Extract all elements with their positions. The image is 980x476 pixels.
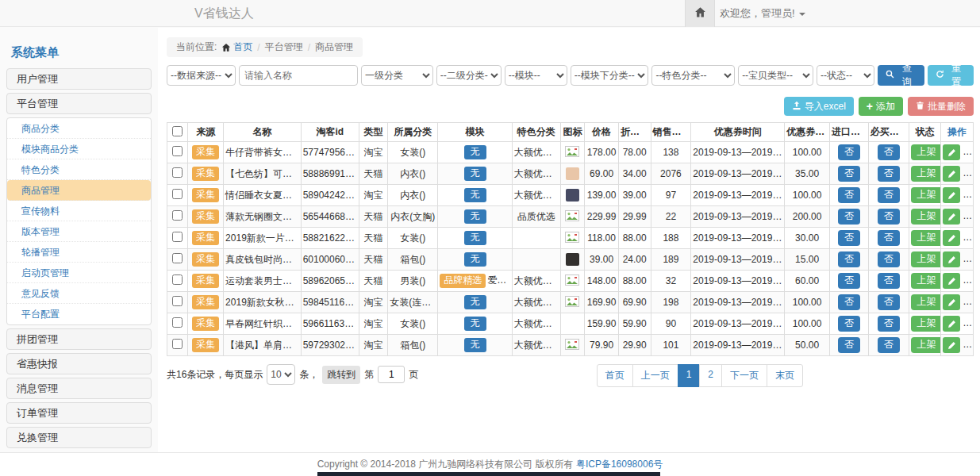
status-button[interactable]: 上架: [911, 187, 941, 202]
filter-select-data-source[interactable]: --数据来源--: [167, 65, 236, 86]
edit-button[interactable]: [943, 273, 960, 289]
must-buy-button[interactable]: 否: [878, 251, 900, 267]
filter-select-feature-category[interactable]: --特色分类--: [651, 65, 735, 86]
status-button[interactable]: 上架: [911, 337, 941, 352]
row-checkbox[interactable]: [172, 296, 183, 306]
sidebar-subitem[interactable]: 轮播管理: [7, 242, 151, 263]
sidebar-subitem[interactable]: 平台配置: [7, 304, 151, 324]
must-buy-button[interactable]: 否: [878, 230, 900, 245]
import-select-button[interactable]: 否: [838, 337, 860, 352]
row-checkbox[interactable]: [172, 339, 183, 349]
icp-link[interactable]: 粤ICP备16098006号: [576, 459, 663, 470]
must-buy-button[interactable]: 否: [878, 209, 900, 224]
filter-select-level2-category[interactable]: --二级分类--: [436, 65, 502, 86]
sidebar-group-platform-mgmt[interactable]: 平台管理: [6, 93, 152, 114]
sidebar-group[interactable]: 省惠快报: [6, 353, 152, 374]
status-button[interactable]: 上架: [911, 209, 941, 224]
row-checkbox[interactable]: [172, 210, 183, 221]
must-buy-button[interactable]: 否: [878, 187, 900, 202]
row-checkbox[interactable]: [172, 274, 183, 285]
sidebar-subitem[interactable]: 意见反馈: [7, 283, 151, 304]
page-button[interactable]: 1: [678, 364, 701, 387]
sidebar-subitem[interactable]: 商品管理: [7, 180, 151, 201]
row-checkbox[interactable]: [172, 232, 183, 242]
import-select-button[interactable]: 否: [838, 273, 860, 288]
sidebar-subitem[interactable]: 模块商品分类: [7, 139, 151, 159]
page-button[interactable]: 下一页: [721, 364, 767, 387]
per-page-select[interactable]: 10: [267, 364, 295, 385]
must-buy-button[interactable]: 否: [878, 144, 900, 159]
must-buy-button[interactable]: 否: [878, 273, 900, 288]
sidebar-group[interactable]: 兑换管理: [6, 427, 152, 448]
edit-button[interactable]: [943, 230, 960, 246]
filter-select-status[interactable]: --状态--: [817, 65, 874, 86]
edit-button[interactable]: [943, 144, 960, 160]
must-buy-button[interactable]: 否: [878, 294, 900, 309]
reset-button[interactable]: 重置: [928, 65, 974, 86]
must-buy-button[interactable]: 否: [878, 166, 900, 181]
status-button[interactable]: 上架: [911, 144, 941, 159]
search-button[interactable]: 查询: [878, 65, 924, 86]
row-checkbox[interactable]: [172, 146, 183, 156]
import-select-button[interactable]: 否: [838, 144, 860, 159]
user-menu[interactable]: 欢迎您，管理员!: [720, 0, 805, 27]
import-select-button[interactable]: 否: [838, 251, 860, 267]
filter-select-level1-category[interactable]: 一级分类: [361, 65, 433, 86]
filter-select-module[interactable]: --模块--: [505, 65, 567, 86]
import-select-button[interactable]: 否: [838, 166, 860, 181]
sidebar-subitem[interactable]: 商品分类: [7, 118, 151, 139]
import-select-button[interactable]: 否: [838, 230, 860, 245]
status-button[interactable]: 上架: [911, 294, 941, 309]
chevron-down-icon: [799, 13, 805, 16]
table-row: 采集【港风】单肩斜挎链条...597293020870淘宝箱包()无大额优惠券7…: [167, 335, 974, 356]
sidebar-subitem[interactable]: 版本管理: [7, 221, 151, 242]
product-name: 2019新款一片式系...: [224, 228, 302, 249]
import-select-button[interactable]: 否: [838, 187, 860, 202]
jump-page-input[interactable]: [378, 366, 405, 383]
sidebar-group[interactable]: 拼团管理: [6, 328, 152, 350]
import-excel-button[interactable]: 导入excel: [784, 97, 854, 116]
import-select-button[interactable]: 否: [838, 209, 860, 224]
breadcrumb-home-link[interactable]: 首页: [233, 40, 252, 54]
select-all-checkbox[interactable]: [172, 126, 183, 136]
sidebar-group-user-mgmt[interactable]: 用户管理: [6, 68, 152, 90]
status-button[interactable]: 上架: [911, 166, 941, 181]
edit-button[interactable]: [943, 166, 960, 182]
batch-delete-button[interactable]: 批量删除: [908, 97, 974, 116]
status-button[interactable]: 上架: [911, 273, 941, 288]
page-button[interactable]: 上一页: [632, 364, 678, 387]
name-search-input[interactable]: [239, 65, 358, 86]
row-checkbox[interactable]: [172, 167, 183, 178]
must-buy-button[interactable]: 否: [878, 316, 900, 331]
sidebar-subitem[interactable]: 宣传物料: [7, 201, 151, 221]
edit-button[interactable]: [943, 316, 960, 332]
must-buy-button[interactable]: 否: [878, 337, 900, 352]
status-button[interactable]: 上架: [911, 316, 941, 331]
filter-select-item-type[interactable]: --宝贝类型--: [738, 65, 813, 86]
add-button[interactable]: 添加: [859, 97, 903, 116]
import-select-button[interactable]: 否: [838, 316, 860, 331]
jump-button[interactable]: 跳转到: [322, 366, 360, 384]
edit-button[interactable]: [943, 337, 960, 353]
row-checkbox[interactable]: [172, 189, 183, 199]
row-checkbox[interactable]: [172, 317, 183, 328]
edit-button[interactable]: [943, 187, 960, 203]
row-checkbox[interactable]: [172, 253, 183, 263]
sidebar-group[interactable]: 消息管理: [6, 378, 152, 399]
module-none-badge: 无: [464, 338, 486, 351]
edit-button[interactable]: [943, 209, 960, 225]
sidebar-subitem[interactable]: 启动页管理: [7, 263, 151, 283]
edit-button[interactable]: [943, 294, 960, 310]
page-button[interactable]: 2: [699, 364, 722, 387]
status-button[interactable]: 上架: [911, 251, 941, 267]
import-select-button[interactable]: 否: [838, 294, 860, 309]
copyright-text: Copyright © 2014-2018 广州九驰网络科技有限公司 版权所有: [317, 459, 574, 470]
status-button[interactable]: 上架: [911, 230, 941, 245]
filter-select-module-subcategory[interactable]: --模块下分类--: [571, 65, 649, 86]
sidebar-group[interactable]: 订单管理: [6, 402, 152, 424]
page-button[interactable]: 末页: [767, 364, 803, 387]
page-button[interactable]: 首页: [597, 364, 633, 387]
sidebar-subitem[interactable]: 特色分类: [7, 159, 151, 180]
home-button[interactable]: [685, 0, 715, 27]
edit-button[interactable]: [943, 251, 960, 267]
